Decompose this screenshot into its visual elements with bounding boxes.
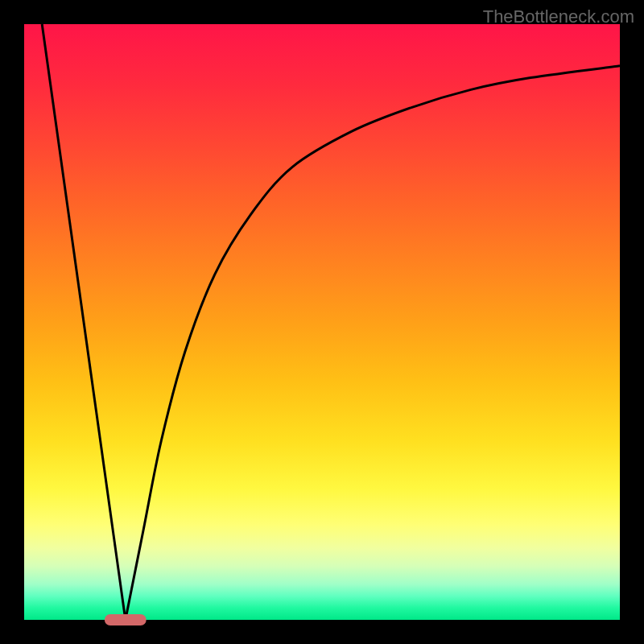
minimum-marker	[105, 614, 147, 625]
chart-svg	[0, 0, 644, 644]
watermark-text: TheBottleneck.com	[483, 6, 634, 27]
chart-container: TheBottleneck.com	[0, 0, 644, 644]
